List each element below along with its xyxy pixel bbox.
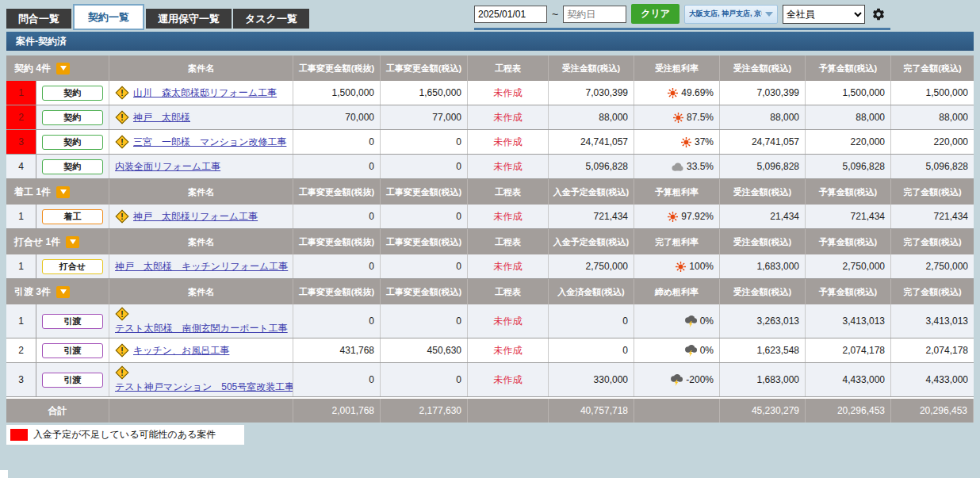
col-header-budget: 予算金額(税込): [806, 55, 891, 81]
staff-select[interactable]: 全社員: [783, 5, 865, 24]
profit-rate-cell: 97.92%: [634, 205, 720, 228]
date-from-input[interactable]: [474, 6, 547, 23]
status-button[interactable]: 契約: [42, 135, 103, 150]
change-amount-in-cell: 450,630: [381, 338, 468, 362]
status-button[interactable]: 契約: [42, 86, 103, 101]
filter-bar: ~ クリア 大阪支店, 神戸支店, 京都支店 全社員: [474, 4, 890, 30]
status-button[interactable]: 引渡: [42, 314, 103, 329]
case-name-link[interactable]: テスト神戸マンション 505号室改装工事: [115, 380, 293, 394]
case-name-cell: テスト神戸マンション 505号室改装工事: [109, 363, 293, 396]
budget-amount-cell: 1,500,000: [806, 81, 891, 105]
settings-gear-icon[interactable]: [871, 7, 886, 21]
row-number: 4: [6, 155, 36, 178]
triangle-down-icon: [60, 189, 67, 194]
tab-contract-list[interactable]: 契約一覧: [73, 4, 144, 30]
section-collapse-button[interactable]: [66, 236, 79, 248]
profit-rate-cell: 100%: [634, 254, 720, 278]
budget-amount-cell: 721,434: [806, 205, 891, 228]
sun-icon: [676, 262, 686, 272]
done-amount-cell: 721,434: [891, 205, 974, 228]
amount-cell: 2,750,000: [549, 254, 634, 278]
row-number: 2: [6, 105, 36, 129]
status-cell: 契約: [36, 105, 109, 129]
table-row: 2 引渡 キッチン、お風呂工事 431,768 450,630 未作成 0 0%…: [6, 338, 974, 363]
done-amount-cell: 220,000: [891, 130, 974, 154]
amount-cell: 24,741,057: [549, 130, 634, 154]
order-amount-cell: 1,623,548: [720, 338, 806, 362]
col-header-amount: 入金予定金額(税込): [549, 179, 634, 205]
done-amount-cell: 4,433,000: [891, 363, 974, 396]
status-cell: 着工: [36, 205, 109, 228]
total-rate-cell: [634, 399, 720, 423]
case-name-link[interactable]: キッチン、お風呂工事: [133, 344, 229, 358]
status-button[interactable]: 契約: [42, 159, 103, 174]
table-row: 1 打合せ 神戸 太郎様 キッチンリフォーム工事 0 0 未作成 2,750,0…: [6, 254, 974, 279]
done-amount-cell: 3,413,013: [891, 304, 974, 338]
section-header-row: 契約 4件 案件名 工事変更金額(税抜) 工事変更金額(税込) 工程表 受注金額…: [6, 55, 974, 81]
section-title: 契約 4件: [6, 55, 109, 81]
schedule-status-cell: 未作成: [468, 338, 549, 362]
case-name-link[interactable]: 三宮 一郎様 マンション改修工事: [133, 136, 286, 149]
clear-button[interactable]: クリア: [631, 4, 679, 24]
profit-rate-cell: 0%: [634, 338, 720, 362]
section-body: 1 契約 山川 森太郎様邸リフォーム工事 1,500,000 1,650,000…: [6, 81, 974, 179]
done-amount-cell: 2,074,178: [891, 338, 974, 362]
done-amount-cell: 88,000: [891, 105, 974, 129]
case-name-link[interactable]: 神戸 太郎様 キッチンリフォーム工事: [115, 260, 288, 273]
status-cell: 契約: [36, 81, 109, 105]
col-header-done: 完了金額(税込): [891, 55, 974, 81]
col-header-case-name: 案件名: [109, 179, 293, 205]
date-range-separator: ~: [552, 8, 558, 21]
rate-value: 33.5%: [687, 161, 714, 172]
tab-task-list[interactable]: タスク一覧: [233, 9, 309, 29]
status-button[interactable]: 契約: [42, 110, 103, 125]
schedule-status-cell: 未作成: [468, 254, 549, 278]
schedule-status-cell: 未作成: [468, 304, 549, 338]
chevron-down-icon: [765, 12, 773, 17]
table-row: 3 引渡 テスト神戸マンション 505号室改装工事 0 0 未作成 330,00…: [6, 363, 974, 397]
section-body: 1 打合せ 神戸 太郎様 キッチンリフォーム工事 0 0 未作成 2,750,0…: [6, 254, 974, 279]
sun-icon: [681, 137, 691, 147]
tab-maintenance-list[interactable]: 運用保守一覧: [146, 9, 232, 29]
schedule-status-cell: 未作成: [468, 155, 549, 178]
col-header-change-ex: 工事変更金額(税抜): [293, 229, 381, 254]
case-name-link[interactable]: 神戸 太郎様リフォーム工事: [133, 210, 258, 224]
status-button[interactable]: 引渡: [42, 373, 103, 388]
case-name-cell: 内装全面リフォーム工事: [109, 155, 293, 178]
order-amount-cell: 7,030,399: [720, 81, 806, 105]
change-amount-in-cell: 0: [381, 155, 468, 178]
total-schedule-cell: [468, 399, 549, 423]
warning-icon: [116, 136, 129, 149]
section-collapse-button[interactable]: [56, 286, 70, 298]
col-header-schedule: 工程表: [468, 179, 549, 205]
status-button[interactable]: 引渡: [42, 343, 103, 358]
cloud-icon: [671, 163, 683, 171]
status-button[interactable]: 打合せ: [42, 259, 103, 274]
table-row: 4 契約 内装全面リフォーム工事 0 0 未作成 5,096,828 33.5%…: [6, 155, 974, 179]
col-header-schedule: 工程表: [468, 229, 549, 254]
change-amount-ex-cell: 0: [293, 254, 381, 278]
date-to-input[interactable]: [563, 6, 626, 23]
col-header-rate: 完了粗利率: [634, 229, 720, 254]
col-header-amount: 受注金額(税込): [549, 55, 634, 81]
case-name-link[interactable]: テスト太郎様 南側玄関カーポート工事: [115, 322, 288, 335]
case-name-link[interactable]: 内装全面リフォーム工事: [115, 160, 220, 174]
rate-value: 0%: [700, 315, 714, 327]
schedule-status-cell: 未作成: [468, 105, 549, 129]
rate-value: -200%: [686, 374, 714, 385]
col-header-schedule: 工程表: [468, 55, 549, 81]
section-collapse-button[interactable]: [56, 186, 70, 198]
triangle-down-icon: [60, 66, 67, 71]
branch-filter-dropdown[interactable]: 大阪支店, 神戸支店, 京都支店: [684, 5, 778, 24]
storm-icon: [684, 315, 697, 327]
profit-rate-cell: -200%: [634, 363, 720, 396]
case-name-link[interactable]: 神戸 太郎様: [133, 111, 190, 124]
case-name-link[interactable]: 山川 森太郎様邸リフォーム工事: [133, 86, 277, 100]
section-title: 引渡 3件: [6, 279, 109, 304]
status-button[interactable]: 着工: [42, 209, 103, 224]
change-amount-ex-cell: 431,768: [293, 338, 381, 362]
done-amount-cell: 1,500,000: [891, 81, 974, 105]
tab-inquiry-list[interactable]: 問合一覧: [6, 9, 71, 29]
col-header-done: 完了金額(税込): [891, 179, 974, 205]
section-collapse-button[interactable]: [56, 63, 70, 75]
